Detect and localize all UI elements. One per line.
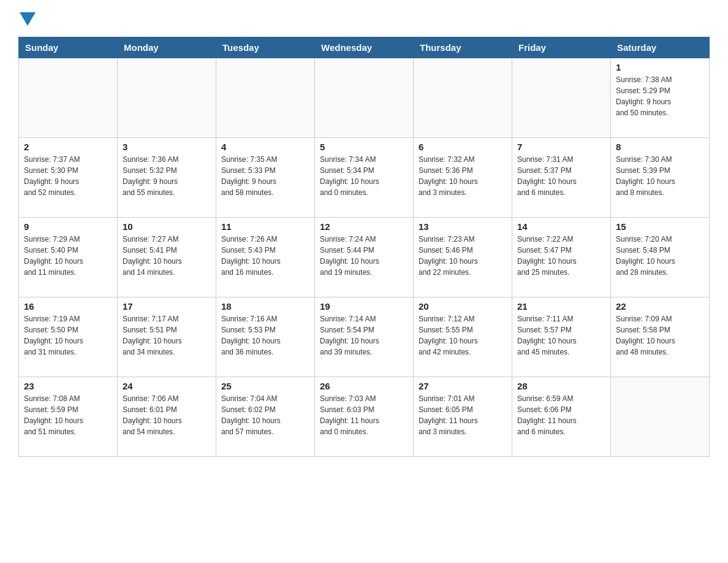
weekday-header-sunday: Sunday <box>19 37 118 58</box>
day-number: 23 <box>24 381 112 391</box>
day-info: Sunrise: 7:30 AM Sunset: 5:39 PM Dayligh… <box>616 154 704 198</box>
day-number: 10 <box>123 221 211 232</box>
day-info: Sunrise: 7:36 AM Sunset: 5:32 PM Dayligh… <box>123 154 211 198</box>
calendar-cell: 5Sunrise: 7:34 AM Sunset: 5:34 PM Daylig… <box>315 138 414 218</box>
day-info: Sunrise: 6:59 AM Sunset: 6:06 PM Dayligh… <box>517 393 605 437</box>
calendar-cell: 16Sunrise: 7:19 AM Sunset: 5:50 PM Dayli… <box>19 297 118 377</box>
calendar-cell: 23Sunrise: 7:08 AM Sunset: 5:59 PM Dayli… <box>19 377 118 457</box>
day-number: 24 <box>123 381 211 391</box>
day-number: 2 <box>24 142 112 152</box>
day-number: 19 <box>320 301 408 312</box>
calendar-cell: 21Sunrise: 7:11 AM Sunset: 5:57 PM Dayli… <box>512 297 611 377</box>
day-info: Sunrise: 7:12 AM Sunset: 5:55 PM Dayligh… <box>419 313 507 358</box>
day-info: Sunrise: 7:38 AM Sunset: 5:29 PM Dayligh… <box>616 74 704 118</box>
calendar-cell <box>512 58 611 138</box>
day-number: 8 <box>616 142 704 152</box>
calendar-cell: 10Sunrise: 7:27 AM Sunset: 5:41 PM Dayli… <box>118 218 216 297</box>
day-number: 3 <box>123 142 211 152</box>
calendar-header-row: SundayMondayTuesdayWednesdayThursdayFrid… <box>19 37 710 58</box>
day-info: Sunrise: 7:14 AM Sunset: 5:54 PM Dayligh… <box>320 313 408 358</box>
day-info: Sunrise: 7:26 AM Sunset: 5:43 PM Dayligh… <box>221 234 309 278</box>
day-info: Sunrise: 7:29 AM Sunset: 5:40 PM Dayligh… <box>24 234 112 278</box>
day-number: 7 <box>517 142 605 152</box>
calendar-cell: 20Sunrise: 7:12 AM Sunset: 5:55 PM Dayli… <box>414 297 512 377</box>
calendar-cell: 15Sunrise: 7:20 AM Sunset: 5:48 PM Dayli… <box>611 218 710 297</box>
calendar-cell: 8Sunrise: 7:30 AM Sunset: 5:39 PM Daylig… <box>611 138 710 218</box>
day-number: 11 <box>221 221 309 232</box>
day-number: 26 <box>320 381 408 391</box>
day-number: 16 <box>24 301 112 312</box>
calendar-cell: 2Sunrise: 7:37 AM Sunset: 5:30 PM Daylig… <box>19 138 118 218</box>
calendar-cell: 22Sunrise: 7:09 AM Sunset: 5:58 PM Dayli… <box>611 297 710 377</box>
day-info: Sunrise: 7:20 AM Sunset: 5:48 PM Dayligh… <box>616 234 704 278</box>
day-info: Sunrise: 7:09 AM Sunset: 5:58 PM Dayligh… <box>616 313 704 358</box>
calendar-cell: 13Sunrise: 7:23 AM Sunset: 5:46 PM Dayli… <box>414 218 512 297</box>
calendar-cell: 4Sunrise: 7:35 AM Sunset: 5:33 PM Daylig… <box>216 138 315 218</box>
day-number: 17 <box>123 301 211 312</box>
weekday-header-thursday: Thursday <box>414 37 512 58</box>
day-number: 6 <box>419 142 507 152</box>
day-number: 9 <box>24 221 112 232</box>
day-number: 5 <box>320 142 408 152</box>
calendar-cell: 18Sunrise: 7:16 AM Sunset: 5:53 PM Dayli… <box>216 297 315 377</box>
day-info: Sunrise: 7:11 AM Sunset: 5:57 PM Dayligh… <box>517 313 605 358</box>
calendar-week-row: 1Sunrise: 7:38 AM Sunset: 5:29 PM Daylig… <box>19 58 710 138</box>
day-number: 14 <box>517 221 605 232</box>
calendar-cell: 1Sunrise: 7:38 AM Sunset: 5:29 PM Daylig… <box>611 58 710 138</box>
calendar-cell: 17Sunrise: 7:17 AM Sunset: 5:51 PM Dayli… <box>118 297 216 377</box>
calendar-week-row: 23Sunrise: 7:08 AM Sunset: 5:59 PM Dayli… <box>19 377 710 457</box>
calendar-cell <box>118 58 216 138</box>
calendar-cell: 19Sunrise: 7:14 AM Sunset: 5:54 PM Dayli… <box>315 297 414 377</box>
weekday-header-monday: Monday <box>118 37 216 58</box>
day-number: 12 <box>320 221 408 232</box>
calendar-cell: 27Sunrise: 7:01 AM Sunset: 6:05 PM Dayli… <box>414 377 512 457</box>
calendar-cell: 3Sunrise: 7:36 AM Sunset: 5:32 PM Daylig… <box>118 138 216 218</box>
day-number: 4 <box>221 142 309 152</box>
calendar-cell <box>216 58 315 138</box>
calendar-cell: 25Sunrise: 7:04 AM Sunset: 6:02 PM Dayli… <box>216 377 315 457</box>
weekday-header-friday: Friday <box>512 37 611 58</box>
calendar-cell <box>611 377 710 457</box>
day-info: Sunrise: 7:23 AM Sunset: 5:46 PM Dayligh… <box>419 234 507 278</box>
weekday-header-saturday: Saturday <box>611 37 710 58</box>
day-info: Sunrise: 7:01 AM Sunset: 6:05 PM Dayligh… <box>419 393 507 437</box>
day-number: 22 <box>616 301 704 312</box>
page-header <box>18 12 710 27</box>
calendar-table: SundayMondayTuesdayWednesdayThursdayFrid… <box>18 37 710 457</box>
day-info: Sunrise: 7:27 AM Sunset: 5:41 PM Dayligh… <box>123 234 211 278</box>
day-info: Sunrise: 7:22 AM Sunset: 5:47 PM Dayligh… <box>517 234 605 278</box>
day-info: Sunrise: 7:08 AM Sunset: 5:59 PM Dayligh… <box>24 393 112 437</box>
calendar-cell: 24Sunrise: 7:06 AM Sunset: 6:01 PM Dayli… <box>118 377 216 457</box>
day-info: Sunrise: 7:17 AM Sunset: 5:51 PM Dayligh… <box>123 313 211 358</box>
calendar-cell: 14Sunrise: 7:22 AM Sunset: 5:47 PM Dayli… <box>512 218 611 297</box>
calendar-cell: 9Sunrise: 7:29 AM Sunset: 5:40 PM Daylig… <box>19 218 118 297</box>
day-number: 25 <box>221 381 309 391</box>
day-info: Sunrise: 7:35 AM Sunset: 5:33 PM Dayligh… <box>221 154 309 198</box>
calendar-cell: 12Sunrise: 7:24 AM Sunset: 5:44 PM Dayli… <box>315 218 414 297</box>
day-info: Sunrise: 7:19 AM Sunset: 5:50 PM Dayligh… <box>24 313 112 358</box>
day-info: Sunrise: 7:03 AM Sunset: 6:03 PM Dayligh… <box>320 393 408 437</box>
day-number: 1 <box>616 62 704 72</box>
svg-marker-0 <box>20 12 36 26</box>
calendar-cell: 28Sunrise: 6:59 AM Sunset: 6:06 PM Dayli… <box>512 377 611 457</box>
logo <box>18 12 36 27</box>
day-info: Sunrise: 7:16 AM Sunset: 5:53 PM Dayligh… <box>221 313 309 358</box>
calendar-cell: 11Sunrise: 7:26 AM Sunset: 5:43 PM Dayli… <box>216 218 315 297</box>
calendar-cell <box>414 58 512 138</box>
day-number: 13 <box>419 221 507 232</box>
calendar-cell <box>19 58 118 138</box>
day-number: 18 <box>221 301 309 312</box>
calendar-cell <box>315 58 414 138</box>
day-number: 27 <box>419 381 507 391</box>
calendar-week-row: 9Sunrise: 7:29 AM Sunset: 5:40 PM Daylig… <box>19 218 710 297</box>
day-info: Sunrise: 7:06 AM Sunset: 6:01 PM Dayligh… <box>123 393 211 437</box>
day-number: 28 <box>517 381 605 391</box>
day-number: 15 <box>616 221 704 232</box>
weekday-header-tuesday: Tuesday <box>216 37 315 58</box>
calendar-week-row: 16Sunrise: 7:19 AM Sunset: 5:50 PM Dayli… <box>19 297 710 377</box>
day-number: 21 <box>517 301 605 312</box>
calendar-cell: 26Sunrise: 7:03 AM Sunset: 6:03 PM Dayli… <box>315 377 414 457</box>
calendar-cell: 7Sunrise: 7:31 AM Sunset: 5:37 PM Daylig… <box>512 138 611 218</box>
logo-triangle-icon <box>20 12 36 26</box>
calendar-cell: 6Sunrise: 7:32 AM Sunset: 5:36 PM Daylig… <box>414 138 512 218</box>
